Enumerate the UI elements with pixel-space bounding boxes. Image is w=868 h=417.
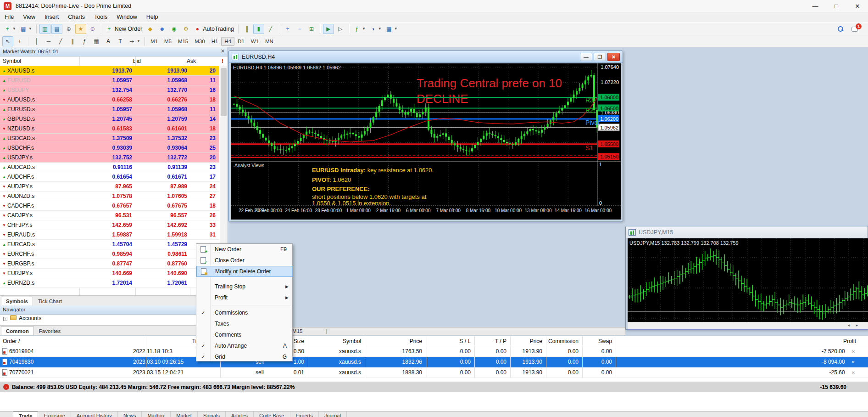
market-watch-row[interactable]: ▲GBPUSD.s1.207451.2075914 — [0, 114, 219, 124]
market-watch-row[interactable]: ▼EURGBP.s0.877470.87760 — [0, 259, 219, 269]
timeframe-button-mn[interactable]: MN — [262, 37, 277, 46]
order-row[interactable]: 707700212023.03.15 12:04:21sell0.01xauus… — [0, 367, 868, 378]
navigator-button[interactable]: ⊕ — [63, 24, 74, 34]
terminal-tab-account-history[interactable]: Account History — [71, 411, 118, 417]
expander-icon[interactable]: + — [3, 317, 7, 321]
menu-item-file[interactable]: File — [0, 12, 18, 22]
terminal-tab-mailbox[interactable]: Mailbox — [142, 411, 171, 417]
chart-close-button[interactable]: ✕ — [607, 53, 620, 61]
autotrading-button[interactable]: ●AutoTrading — [192, 24, 235, 34]
timeframe-button-d1[interactable]: D1 — [234, 37, 248, 46]
minimize-button[interactable]: — — [805, 0, 826, 12]
swap-column-header[interactable]: Swap — [598, 338, 612, 344]
chart-window-title-bar[interactable]: EURUSD,H4 — ❐ ✕ — [229, 51, 623, 63]
market-watch-row[interactable]: ▼EURAUD.s1.598871.5991831 — [0, 230, 219, 240]
tab-tick-chart[interactable]: Tick Chart — [33, 297, 67, 305]
close-button[interactable]: ✕ — [847, 0, 868, 12]
zoom-out-button[interactable]: − — [294, 24, 305, 34]
community-button[interactable]: ☻ — [156, 24, 167, 34]
zoom-in-button[interactable]: + — [282, 24, 293, 34]
timeframe-button-m30[interactable]: M30 — [191, 37, 208, 46]
scroll-right-icon[interactable]: ▸ — [856, 323, 858, 327]
terminal-tab-code-base[interactable]: Code Base — [254, 411, 290, 417]
usdjpy-chart-area[interactable]: USDJPY,M15 132.783 132.799 132.708 132.7… — [628, 238, 868, 322]
terminal-tab-journal[interactable]: Journal — [319, 411, 347, 417]
market-watch-row[interactable]: ▼EURJPY.s140.669140.690 — [0, 269, 219, 278]
auto-scroll-button[interactable]: ▶ — [323, 24, 334, 34]
market-watch-row[interactable]: ▲USDCHF.s0.930390.9306425 — [0, 143, 219, 153]
timeframe-button-m15[interactable]: M15 — [175, 37, 191, 46]
symbol-column-header[interactable]: Symbol — [3, 58, 21, 64]
maximize-button[interactable]: □ — [826, 0, 847, 12]
bar-chart-button[interactable]: ║ — [241, 24, 252, 34]
channel-button[interactable]: ∥ — [67, 36, 78, 46]
timeframe-button-w1[interactable]: W1 — [248, 37, 262, 46]
current-price-column-header[interactable]: Price — [530, 338, 542, 344]
notifications-icon[interactable]: 1 — [851, 25, 860, 33]
market-watch-row[interactable]: ▼CADCHF.s0.676570.6767518 — [0, 201, 219, 211]
ask-column-header[interactable]: Ask — [187, 58, 196, 64]
market-watch-row[interactable]: ▼AUDUSD.s0.662580.6627618 — [0, 95, 219, 105]
context-menu-item-grid[interactable]: ✓GridG — [196, 351, 292, 362]
new-chart-button[interactable]: +▼ — [2, 24, 17, 34]
terminal-tab-experts[interactable]: Experts — [290, 411, 319, 417]
context-menu-item-auto-arrange[interactable]: ✓Auto ArrangeA — [196, 340, 292, 351]
vertical-line-button[interactable]: │ — [31, 36, 42, 46]
menu-item-insert[interactable]: Insert — [40, 12, 63, 22]
line-chart-button[interactable]: ╱ — [265, 24, 276, 34]
order-row[interactable]: 704198302023.03.10 09:26:15sell1.00xauus… — [0, 357, 868, 367]
fibonacci-button[interactable]: ƒ — [79, 36, 90, 46]
menu-item-tools[interactable]: Tools — [89, 12, 112, 22]
tab-symbols[interactable]: Symbols — [1, 297, 33, 305]
text-button[interactable]: A — [103, 36, 114, 46]
trendline-button[interactable]: ╱ — [55, 36, 66, 46]
profit-column-header[interactable]: Profit — [843, 338, 856, 344]
context-menu-item-trailing-stop[interactable]: Trailing Stop▶ — [196, 281, 292, 292]
new-order-button[interactable]: +New Order — [104, 24, 144, 34]
market-watch-row[interactable]: ▲USDJPY.s132.752132.77220 — [0, 153, 219, 163]
strategy-tester-button[interactable]: ⊙ — [87, 24, 98, 34]
shapes-button[interactable]: ▦ — [91, 36, 102, 46]
context-menu-item-close-order[interactable]: ✓Close Order — [196, 255, 292, 266]
market-watch-row[interactable]: ▲EURUSD1.059571.0596811 — [0, 76, 219, 85]
search-icon[interactable] — [837, 25, 844, 33]
chart-shift-button[interactable]: ▷ — [335, 24, 346, 34]
tp-column-header[interactable]: T / P — [495, 338, 506, 344]
chart-minimize-button[interactable]: — — [580, 53, 592, 61]
metaeditor-button[interactable]: ◆ — [145, 24, 156, 34]
indicators-button[interactable]: ƒ▼ — [352, 24, 367, 34]
menu-item-charts[interactable]: Charts — [63, 12, 89, 22]
market-watch-row[interactable]: ▼NZDUSD.s0.615830.6160118 — [0, 124, 219, 134]
profiles-button[interactable]: ▤▼ — [18, 24, 33, 34]
market-watch-button[interactable]: ▥ — [39, 24, 50, 34]
sl-column-header[interactable]: S / L — [459, 338, 471, 344]
horizontal-line-button[interactable]: ─ — [43, 36, 54, 46]
spread-column-header[interactable]: ! — [222, 58, 223, 64]
terminal-tab-trade[interactable]: Trade — [13, 411, 38, 417]
context-menu-item-comments[interactable]: Comments — [196, 329, 292, 340]
signals-button[interactable]: ◉ — [168, 24, 179, 34]
order-column-header[interactable]: Order / — [3, 338, 20, 344]
market-watch-row[interactable]: ▲AUDCAD.s0.911160.9113923 — [0, 163, 219, 172]
candlestick-chart-button[interactable]: ▮ — [253, 24, 264, 34]
market-watch-row[interactable]: ▼AUDJPY.s87.96587.98924 — [0, 182, 219, 192]
chart-window-title-bar[interactable]: USDJPY,M15 — [626, 226, 868, 238]
bid-column-header[interactable]: Bid — [133, 58, 141, 64]
context-menu-item-profit[interactable]: Profit▶ — [196, 292, 292, 303]
context-menu-item-commissions[interactable]: ✓Commissions — [196, 307, 292, 318]
terminal-tab-articles[interactable]: Articles — [226, 411, 254, 417]
close-order-icon[interactable]: ✕ — [851, 370, 855, 375]
market-watch-close-icon[interactable]: ✕ — [221, 48, 225, 54]
commission-column-header[interactable]: Commission — [548, 338, 579, 344]
crosshair-button[interactable]: + — [14, 36, 25, 46]
arrows-button[interactable]: ⇝▼ — [127, 36, 142, 46]
market-watch-row[interactable]: ▲AUDCHF.s0.616540.6167117 — [0, 172, 219, 182]
chart-scrollbar[interactable]: ◂ ▸ — [628, 322, 868, 329]
chart-window-eurusd[interactable]: EURUSD,H4 — ❐ ✕ 22 Feb 202323 Feb 08:002… — [228, 51, 623, 221]
market-watch-row[interactable]: ▼CADJPY.s96.53196.55726 — [0, 211, 219, 220]
chart-restore-button[interactable]: ❐ — [594, 53, 606, 61]
market-watch-row[interactable]: ▲EURUSD.s1.059571.0596811 — [0, 105, 219, 114]
market-watch-row[interactable]: ▲USDJPY132.754132.77016 — [0, 85, 219, 95]
close-order-icon[interactable]: ✕ — [851, 360, 855, 365]
navigator-accounts-item[interactable]: +Accounts — [0, 315, 228, 325]
